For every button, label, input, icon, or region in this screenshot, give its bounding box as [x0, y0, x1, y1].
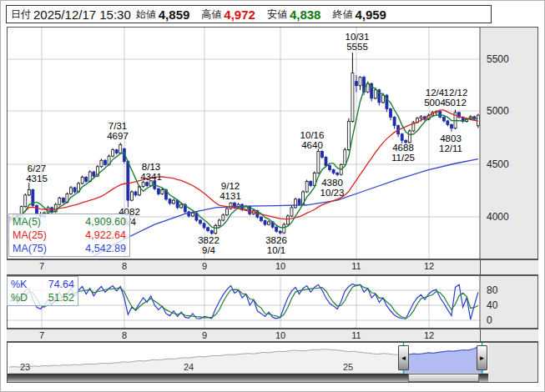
y-axis-label: 5500 — [487, 53, 509, 65]
candle-body — [320, 152, 323, 158]
date-value: 2025/12/17 15:30 — [33, 8, 131, 22]
month-label: 11 — [351, 261, 361, 271]
price-annotation: 4803 — [440, 133, 462, 143]
candle-body — [191, 213, 194, 216]
stochastic-chart[interactable]: 80400 — [7, 275, 538, 329]
candle-body — [381, 95, 384, 103]
price-annotation: 4315 — [26, 173, 48, 183]
month-label: 7 — [39, 330, 44, 340]
candle-body — [359, 78, 361, 86]
candle-body — [69, 188, 72, 194]
stock-chart-window: 日付 2025/12/17 15:30 始値 4,859 高値 4,972 安値… — [0, 0, 545, 392]
arrow-right-icon: ► — [479, 354, 486, 362]
candle-body — [374, 90, 376, 98]
candle-body — [298, 199, 300, 204]
candle-body — [214, 225, 217, 233]
candle-body — [344, 150, 346, 165]
price-annotation: 10/16 — [300, 130, 325, 140]
price-annotation: 5012 — [445, 98, 467, 108]
price-annotation: 9/4 — [202, 245, 216, 255]
candle-body — [290, 208, 293, 216]
candle-body — [325, 157, 327, 165]
candle-body — [112, 150, 114, 157]
month-label: 11 — [351, 330, 361, 340]
price-annotation: 11/25 — [391, 153, 415, 163]
candle-body — [24, 195, 27, 207]
price-annotation: 4640 — [301, 140, 323, 150]
candle-body — [393, 118, 396, 126]
price-annotation: 10/1 — [267, 245, 285, 255]
scrollbar-track[interactable] — [8, 374, 488, 382]
candle-body — [450, 124, 452, 128]
candle-body — [58, 199, 61, 205]
open-label: 始値 — [136, 8, 156, 22]
month-label: 9 — [202, 330, 207, 340]
candle-body — [146, 183, 149, 186]
candle-body — [199, 220, 202, 224]
candle-body — [336, 173, 339, 174]
price-annotation: 3822 — [198, 235, 220, 245]
candle-body — [81, 177, 83, 183]
ma75-label: MA(75) — [13, 242, 47, 255]
price-annotation: 4688 — [392, 143, 414, 153]
candle-body — [207, 228, 209, 231]
candle-body — [210, 231, 213, 234]
y-axis-label: 4000 — [487, 211, 509, 223]
date-label: 日付 — [11, 8, 31, 22]
price-annotation: 10/23 — [320, 188, 345, 198]
high-label: 高値 — [201, 8, 221, 22]
month-label: 10 — [275, 261, 285, 271]
range-handle-right[interactable]: ► — [477, 345, 487, 370]
price-annotation: 6/27 — [28, 163, 46, 173]
candle-body — [347, 122, 350, 150]
y-axis-label: 4500 — [487, 158, 509, 170]
month-label: 8 — [122, 330, 127, 340]
candle-body — [130, 192, 133, 200]
percent-d-label: %D — [11, 291, 28, 304]
candle-body — [104, 160, 107, 164]
year-label: 23 — [20, 362, 30, 372]
y-axis-label: 5000 — [487, 105, 509, 117]
price-annotation: 4697 — [107, 131, 129, 141]
candle-body — [157, 188, 159, 193]
ma-legend: MA(5)4,909.60 MA(25)4,922.64 MA(75)4,542… — [8, 214, 130, 257]
candle-body — [305, 181, 308, 192]
candle-body — [351, 73, 354, 122]
percent-k-label: %K — [11, 278, 27, 291]
candle-body — [203, 224, 205, 228]
price-annotation: 9/12 — [221, 181, 240, 191]
candle-body — [161, 190, 164, 194]
axis-separator — [480, 260, 481, 274]
arrow-left-icon: ◄ — [401, 354, 407, 362]
price-annotation: 5555 — [346, 42, 368, 52]
range-navigator[interactable]: 232425 ◄ ► — [7, 342, 538, 383]
month-label: 8 — [122, 261, 127, 271]
open-value: 4,859 — [159, 8, 190, 22]
candle-body — [260, 217, 262, 220]
price-annotation: 4131 — [220, 191, 241, 201]
scrollbar-thumb[interactable] — [408, 374, 479, 382]
percent-k-value: 74.64 — [48, 278, 74, 291]
ma5-label: MA(5) — [13, 215, 41, 229]
candle-body — [134, 192, 137, 195]
candle-body — [93, 172, 95, 176]
candle-body — [317, 152, 320, 173]
candle-body — [73, 188, 76, 192]
candle-body — [169, 199, 171, 204]
candle-body — [62, 199, 64, 203]
candle-body — [268, 222, 270, 224]
low-label: 安値 — [267, 8, 287, 22]
range-handle-left[interactable]: ◄ — [398, 345, 409, 370]
price-annotation: 7/31 — [108, 121, 127, 131]
price-annotation: 3826 — [265, 235, 287, 245]
month-label: 7 — [39, 261, 44, 271]
candle-body — [222, 215, 225, 220]
candle-body — [329, 166, 331, 170]
candle-body — [408, 131, 411, 143]
candle-body — [283, 224, 285, 233]
ma75-value: 4,542.89 — [85, 242, 126, 255]
x-axis-months-bottom: 789101112 — [7, 329, 538, 342]
price-annotation: 4380 — [321, 178, 343, 188]
candle-body — [275, 227, 278, 231]
price-annotation: 10/31 — [346, 32, 370, 42]
